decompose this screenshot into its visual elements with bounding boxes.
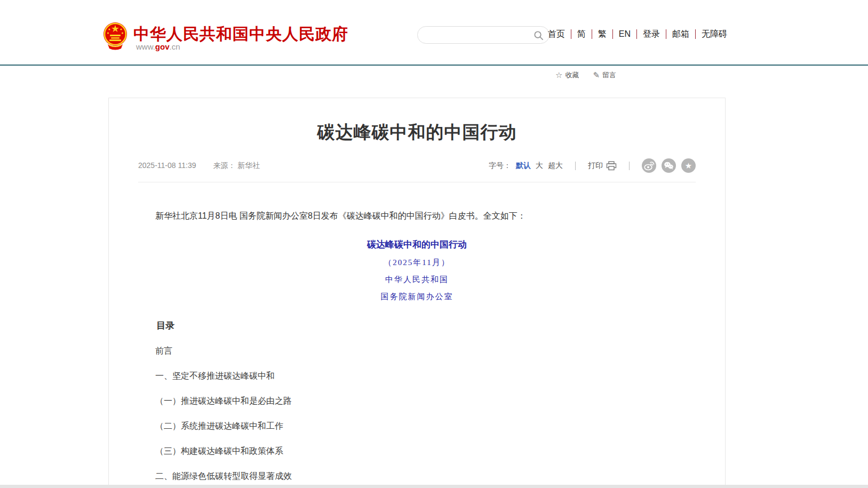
share-icons: ★ [642, 158, 696, 173]
national-emblem-icon [102, 21, 128, 50]
article-date: 2025-11-08 11:39 [138, 161, 196, 171]
nav-traditional-chinese[interactable]: 繁 [592, 29, 612, 39]
bottom-strip [0, 485, 868, 488]
wechat-share-button[interactable] [662, 158, 676, 173]
header-divider-line [0, 65, 868, 66]
font-size-default-button[interactable]: 默认 [516, 161, 531, 171]
article-body: 新华社北京11月8日电 国务院新闻办公室8日发布《碳达峰碳中和的中国行动》白皮书… [138, 209, 696, 488]
toc-title: 目录 [138, 319, 696, 332]
comment-button[interactable]: ✎ 留言 [593, 70, 616, 80]
comment-label: 留言 [602, 70, 616, 80]
font-size-xlarge-button[interactable]: 超大 [548, 161, 563, 171]
print-button[interactable]: 打印 [588, 161, 617, 171]
weibo-share-button[interactable] [642, 158, 656, 173]
site-url: www.gov.cn [136, 42, 180, 51]
favorite-label: 收藏 [565, 70, 579, 80]
lead-paragraph: 新华社北京11月8日电 国务院新闻办公室8日发布《碳达峰碳中和的中国行动》白皮书… [138, 209, 696, 223]
favorite-button[interactable]: ☆ 收藏 [555, 70, 579, 80]
star-outline-icon: ☆ [555, 70, 562, 80]
site-url-gov: gov [155, 42, 170, 51]
toc-item: （三）构建碳达峰碳中和政策体系 [138, 446, 696, 457]
document-date: （2025年11月） [138, 258, 696, 268]
font-size-label: 字号： [489, 161, 511, 171]
page: 中华人民共和国中央人民政府 www.gov.cn 首页 简 繁 EN 登录 邮箱… [0, 0, 868, 488]
site-url-cn: .cn [170, 42, 180, 51]
meta-separator [575, 162, 576, 170]
article-action-row: ☆ 收藏 ✎ 留言 [555, 70, 616, 80]
site-header: 中华人民共和国中央人民政府 www.gov.cn 首页 简 繁 EN 登录 邮箱… [0, 0, 868, 65]
nav-simplified-chinese[interactable]: 简 [571, 29, 592, 39]
nav-accessibility[interactable]: 无障碍 [695, 29, 733, 39]
nav-english[interactable]: EN [612, 29, 636, 39]
top-nav: 首页 简 繁 EN 登录 邮箱 无障碍 [542, 29, 733, 39]
print-label: 打印 [588, 161, 603, 171]
printer-icon [606, 161, 617, 171]
article-meta-right: 字号： 默认 大 超大 打印 [489, 158, 696, 173]
toc-item: 一、坚定不移推进碳达峰碳中和 [138, 371, 696, 382]
toc-item: （一）推进碳达峰碳中和是必由之路 [138, 396, 696, 407]
document-title: 碳达峰碳中和的中国行动 [138, 238, 696, 251]
article-meta-left: 2025-11-08 11:39 来源： 新华社 [138, 161, 260, 171]
toc-item: 前言 [138, 346, 696, 357]
article-meta: 2025-11-08 11:39 来源： 新华社 字号： 默认 大 超大 打印 [138, 158, 696, 173]
nav-home[interactable]: 首页 [542, 29, 571, 39]
nav-login[interactable]: 登录 [636, 29, 666, 39]
weibo-icon [642, 158, 656, 173]
toc-item: （二）系统推进碳达峰碳中和工作 [138, 421, 696, 432]
font-size-large-button[interactable]: 大 [536, 161, 543, 171]
nav-mailbox[interactable]: 邮箱 [666, 29, 695, 39]
toc-item: 二、能源绿色低碳转型取得显著成效 [138, 471, 696, 482]
article-title: 碳达峰碳中和的中国行动 [109, 121, 725, 145]
star-icon: ★ [685, 161, 692, 171]
search-input[interactable] [426, 27, 530, 43]
favorite-share-button[interactable]: ★ [681, 158, 696, 173]
site-url-www: www. [136, 42, 155, 51]
search-box [417, 26, 550, 44]
wechat-icon [662, 158, 676, 173]
document-org-line1: 中华人民共和国 [138, 275, 696, 285]
meta-divider-line [138, 182, 696, 182]
pen-icon: ✎ [593, 70, 600, 80]
meta-separator [629, 162, 630, 170]
document-org-line2: 国务院新闻办公室 [138, 292, 696, 302]
article-source: 来源： 新华社 [213, 161, 260, 171]
article-panel: 碳达峰碳中和的中国行动 2025-11-08 11:39 来源： 新华社 字号：… [108, 98, 726, 488]
